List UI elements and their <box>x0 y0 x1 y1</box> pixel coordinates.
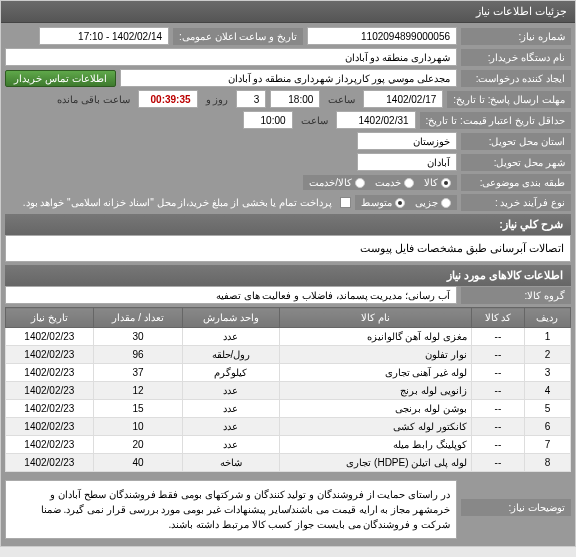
validity-time: 10:00 <box>243 111 293 129</box>
deadline-time: 18:00 <box>270 90 320 108</box>
creator-label: ایجاد کننده درخواست: <box>461 70 571 87</box>
treasury-checkbox[interactable] <box>340 197 351 208</box>
panel-title: جزئیات اطلاعات نیاز <box>1 1 575 23</box>
validity-date: 1402/02/31 <box>336 111 416 129</box>
time-label-1: ساعت <box>324 94 359 105</box>
city-label: شهر محل تحویل: <box>461 154 571 171</box>
notes-label: توضیحات نیاز: <box>461 499 571 516</box>
goods-info-title: اطلاعات کالاهای مورد نیاز <box>5 265 571 286</box>
table-row[interactable]: 7--کوپلینگ رابط میلهعدد201402/02/23 <box>6 436 571 454</box>
need-title-value: اتصالات آبرسانی طبق مشخصات فایل پیوست <box>5 235 571 262</box>
radio-small[interactable]: جزیی <box>415 197 451 208</box>
table-row[interactable]: 5--بوشن لوله برنجیعدد151402/02/23 <box>6 400 571 418</box>
purchase-type-group: جزیی متوسط <box>355 195 457 210</box>
table-row[interactable]: 2--نوار تفلونرول/حلقه961402/02/23 <box>6 346 571 364</box>
table-row[interactable]: 3--لوله غیر آهنی تجاریکیلوگرم371402/02/2… <box>6 364 571 382</box>
province-label: استان محل تحویل: <box>461 133 571 150</box>
goods-table: ردیف کد کالا نام کالا واحد شمارش تعداد /… <box>5 307 571 472</box>
col-name: نام کالا <box>279 308 471 328</box>
time-label-2: ساعت <box>297 115 332 126</box>
purchase-type-label: نوع فرآیند خرید : <box>461 194 571 211</box>
need-no-value: 1102094899000056 <box>307 27 457 45</box>
countdown-timer: 00:39:35 <box>138 90 198 108</box>
table-row[interactable]: 8--لوله پلی اتیلن (HDPE) تجاریشاخه401402… <box>6 454 571 472</box>
col-code: کد کالا <box>471 308 524 328</box>
table-row[interactable]: 6--کانکتور لوله کشیعدد101402/02/23 <box>6 418 571 436</box>
need-no-label: شماره نیاز: <box>461 28 571 45</box>
col-qty: تعداد / مقدار <box>93 308 183 328</box>
timer-label: ساعت باقی مانده <box>53 94 134 105</box>
radio-service[interactable]: خدمت <box>375 177 414 188</box>
category-label: طبقه بندی موضوعی: <box>461 174 571 191</box>
days-remain: 3 <box>236 90 266 108</box>
table-row[interactable]: 4--زانویی لوله برنجعدد121402/02/23 <box>6 382 571 400</box>
radio-medium[interactable]: متوسط <box>361 197 405 208</box>
deadline-date: 1402/02/17 <box>363 90 443 108</box>
need-title-section: شرح كلي نياز: <box>5 214 571 235</box>
table-row[interactable]: 1--مغزی لوله آهن گالوانیزهعدد301402/02/2… <box>6 328 571 346</box>
notes-text: در راستای حمایت از فروشندگان و تولید کنن… <box>5 480 457 539</box>
group-value: آب رسانی؛ مدیریت پسماند، فاضلاب و فعالیت… <box>5 286 457 304</box>
city-value: آبادان <box>357 153 457 171</box>
announce-label: تاریخ و ساعت اعلان عمومی: <box>173 28 303 45</box>
validity-label: حداقل تاریخ اعتبار قیمت: تا تاریخ: <box>420 112 571 129</box>
group-label: گروه کالا: <box>461 287 571 304</box>
col-row: ردیف <box>524 308 570 328</box>
buyer-value: شهرداری منطقه دو آبادان <box>5 48 457 66</box>
deadline-label: مهلت ارسال پاسخ: تا تاریخ: <box>447 91 571 108</box>
buyer-label: نام دستگاه خریدار: <box>461 49 571 66</box>
radio-goods[interactable]: کالا <box>424 177 451 188</box>
province-value: خوزستان <box>357 132 457 150</box>
category-radio-group: کالا خدمت کالا/خدمت <box>303 175 457 190</box>
days-label: روز و <box>202 94 233 105</box>
announce-value: 1402/02/14 - 17:10 <box>39 27 169 45</box>
col-unit: واحد شمارش <box>183 308 279 328</box>
treasury-note: پرداخت تمام یا بخشی از مبلغ خرید،از محل … <box>19 197 336 208</box>
col-date: تاریخ نیاز <box>6 308 94 328</box>
radio-both[interactable]: کالا/خدمت <box>309 177 365 188</box>
contact-buyer-button[interactable]: اطلاعات تماس خریدار <box>5 70 116 87</box>
creator-value: مجدعلی موسي پور کارپرداز شهرداری منطقه د… <box>120 69 457 87</box>
